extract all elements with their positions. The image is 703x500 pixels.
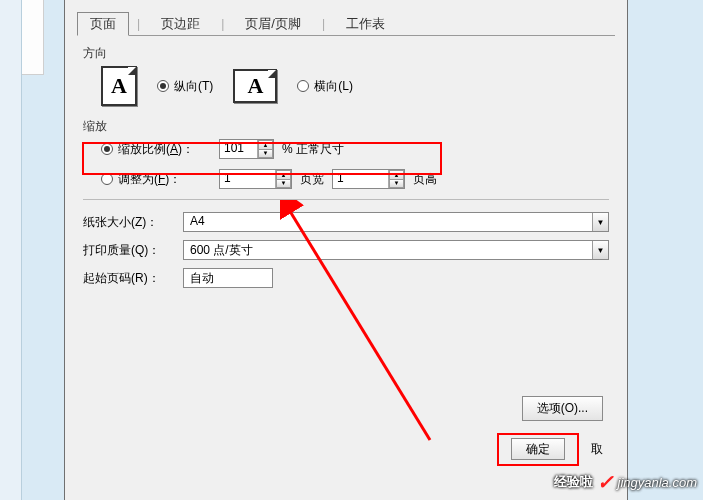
cancel-button-partial[interactable]: 取: [591, 441, 603, 458]
radio-empty-icon: [297, 80, 309, 92]
print-quality-combo[interactable]: 600 点/英寸 ▼: [183, 240, 609, 260]
watermark: 经验啦 ✓ jingyanla.com: [554, 470, 698, 494]
first-page-label: 起始页码(R)：: [83, 270, 183, 287]
fit-wide-suffix: 页宽: [300, 171, 324, 188]
print-quality-value: 600 点/英寸: [184, 241, 592, 259]
tab-margins[interactable]: 页边距: [148, 12, 213, 36]
tab-sheet[interactable]: 工作表: [333, 12, 398, 36]
landscape-label: 横向(L): [314, 78, 353, 95]
options-button[interactable]: 选项(O)...: [522, 396, 603, 421]
spin-down-icon[interactable]: ▼: [389, 179, 404, 189]
first-page-input[interactable]: 自动: [183, 268, 273, 288]
fit-tall-suffix: 页高: [413, 171, 437, 188]
scale-spin[interactable]: 101 ▲ ▼: [219, 139, 274, 159]
fit-wide-spin[interactable]: 1 ▲ ▼: [219, 169, 292, 189]
paper-size-label: 纸张大小(Z)：: [83, 214, 183, 231]
portrait-icon: A: [101, 66, 137, 106]
watermark-site: jingyanla.com: [618, 475, 698, 490]
spin-down-icon[interactable]: ▼: [258, 149, 273, 159]
ok-button[interactable]: 确定: [511, 438, 565, 460]
watermark-logo: 经验啦: [554, 473, 593, 491]
chevron-down-icon[interactable]: ▼: [592, 213, 608, 231]
fit-tall-value[interactable]: 1: [333, 170, 389, 188]
check-icon: ✓: [597, 470, 614, 494]
fit-wide-value[interactable]: 1: [220, 170, 276, 188]
scale-row: 缩放比例(A)： 101 ▲ ▼ % 正常尺寸: [101, 139, 609, 159]
tab-header-footer[interactable]: 页眉/页脚: [232, 12, 314, 36]
chevron-down-icon[interactable]: ▼: [592, 241, 608, 259]
landscape-icon: A: [233, 69, 277, 103]
direction-group-label: 方向: [83, 45, 609, 62]
tab-bar: 页面 | 页边距 | 页眉/页脚 | 工作表: [65, 0, 627, 36]
fit-row: 调整为(F)： 1 ▲ ▼ 页宽 1 ▲ ▼: [101, 169, 609, 189]
portrait-radio[interactable]: 纵向(T): [157, 78, 213, 95]
page-setup-dialog: 页面 | 页边距 | 页眉/页脚 | 工作表 方向 A 纵向(T) A: [64, 0, 628, 500]
spin-down-icon[interactable]: ▼: [276, 179, 291, 189]
scale-suffix: % 正常尺寸: [282, 141, 344, 158]
scale-value[interactable]: 101: [220, 140, 258, 158]
ok-highlight: 确定: [497, 433, 579, 466]
scale-label: 缩放比例(A)：: [118, 141, 194, 158]
tab-page[interactable]: 页面: [77, 12, 129, 36]
radio-dot-icon: [157, 80, 169, 92]
print-quality-label: 打印质量(Q)：: [83, 242, 183, 259]
fit-label: 调整为(F)：: [118, 171, 181, 188]
landscape-radio[interactable]: 横向(L): [297, 78, 353, 95]
scale-radio[interactable]: [101, 143, 113, 155]
portrait-label: 纵向(T): [174, 78, 213, 95]
fit-tall-spin[interactable]: 1 ▲ ▼: [332, 169, 405, 189]
zoom-group-label: 缩放: [83, 118, 609, 135]
paper-size-combo[interactable]: A4 ▼: [183, 212, 609, 232]
fit-radio[interactable]: [101, 173, 113, 185]
paper-size-value: A4: [184, 213, 592, 231]
